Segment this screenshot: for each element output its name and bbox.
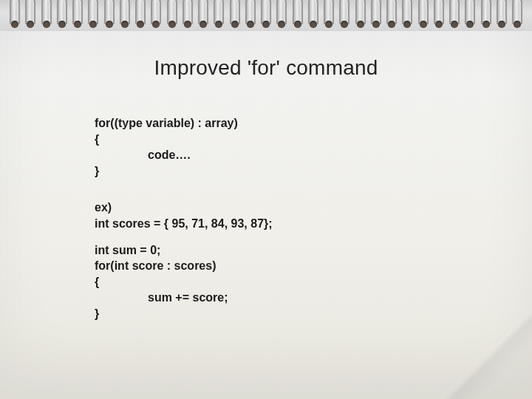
spiral-ring (449, 0, 460, 31)
example-block: ex) int scores = { 95, 71, 84, 93, 87}; … (95, 200, 502, 321)
slide-content: Improved 'for' command for((type variabl… (0, 35, 532, 322)
page-title: Improved 'for' command (30, 56, 502, 80)
code-line: ex) (95, 200, 502, 216)
spiral-ring (323, 0, 335, 31)
spiral-ring (276, 0, 287, 31)
spiral-ring (386, 0, 398, 31)
spiral-ring (213, 0, 225, 31)
code-line: int scores = { 95, 71, 84, 93, 87}; (95, 216, 502, 232)
notebook-page: Improved 'for' command for((type variabl… (0, 0, 532, 399)
spiral-ring (511, 0, 523, 31)
spiral-ring (464, 0, 476, 31)
spiral-ring (9, 0, 21, 31)
spiral-ring (119, 0, 131, 31)
spiral-ring (229, 0, 241, 31)
spiral-ring (150, 0, 162, 31)
spiral-ring (417, 0, 429, 31)
spiral-ring (338, 0, 350, 31)
spiral-ring (370, 0, 382, 31)
syntax-block: for((type variable) : array) { code…. } (95, 115, 502, 179)
code-line: for(int score : scores) (95, 258, 502, 274)
code-line: } (95, 306, 502, 322)
spiral-ring (87, 0, 99, 31)
spiral-ring (260, 0, 272, 31)
spiral-ring (292, 0, 304, 31)
spiral-ring (480, 0, 492, 31)
spiral-ring (41, 0, 52, 31)
code-line: int sum = 0; (95, 242, 502, 259)
page-curl-shadow (443, 310, 532, 399)
spiral-ring (355, 0, 366, 31)
code-line: { (95, 274, 502, 290)
code-line: sum += score; (95, 290, 502, 306)
spiral-ring (197, 0, 209, 31)
code-line: } (95, 163, 502, 180)
spiral-ring (307, 0, 319, 31)
spiral-ring (103, 0, 115, 31)
spiral-ring (245, 0, 256, 31)
spiral-ring (496, 0, 508, 31)
spiral-ring (72, 0, 83, 31)
spiral-ring (56, 0, 68, 31)
code-line: for((type variable) : array) (95, 115, 502, 132)
code-line: code…. (95, 147, 502, 163)
code-line: { (95, 132, 502, 148)
spiral-ring (182, 0, 194, 31)
spiral-ring (134, 0, 146, 31)
spiral-binding (0, 0, 532, 31)
spiral-ring (24, 0, 36, 31)
spiral-ring (401, 0, 413, 31)
spiral-ring (166, 0, 178, 31)
spiral-ring (433, 0, 445, 31)
